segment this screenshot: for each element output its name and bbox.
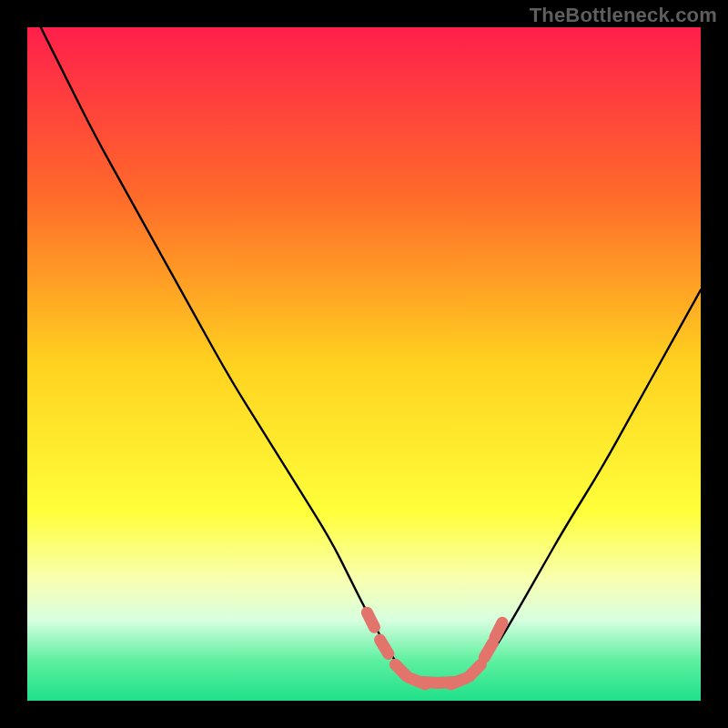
gradient-background — [27, 27, 701, 701]
trough-marker — [495, 622, 502, 637]
chart-svg — [27, 27, 701, 701]
watermark-text: TheBottleneck.com — [530, 4, 717, 27]
trough-marker — [484, 643, 492, 658]
trough-marker — [470, 664, 481, 676]
plot-area — [27, 27, 701, 701]
trough-marker — [367, 612, 374, 627]
trough-marker — [450, 678, 466, 684]
trough-marker — [395, 664, 407, 676]
chart-frame: TheBottleneck.com — [0, 0, 728, 728]
trough-marker — [380, 640, 389, 653]
